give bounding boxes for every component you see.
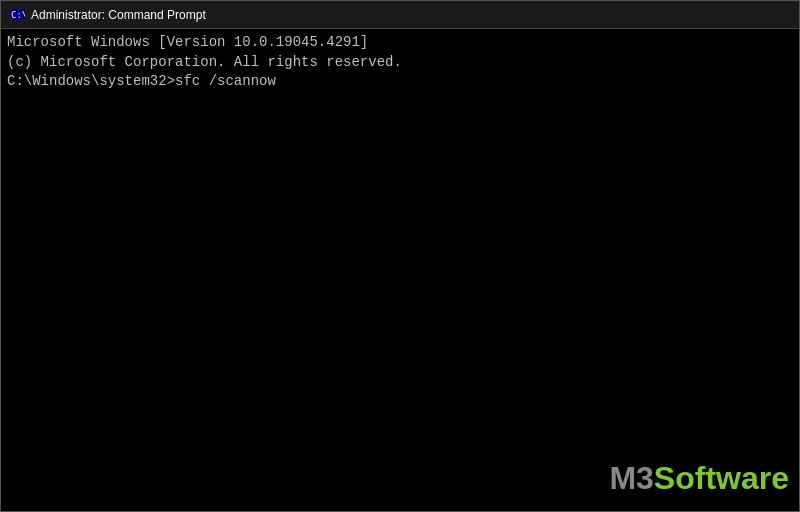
window-title: Administrator: Command Prompt [31, 8, 206, 22]
terminal-output: Microsoft Windows [Version 10.0.19045.42… [7, 33, 793, 92]
cmd-icon: C:\ [9, 7, 25, 23]
watermark-software: Software [654, 456, 789, 501]
watermark-m3: M3 [609, 456, 653, 501]
titlebar: C:\ Administrator: Command Prompt [1, 1, 799, 29]
terminal-body[interactable]: Microsoft Windows [Version 10.0.19045.42… [1, 29, 799, 511]
terminal-line: C:\Windows\system32>sfc /scannow [7, 72, 793, 92]
terminal-line: Microsoft Windows [Version 10.0.19045.42… [7, 33, 793, 53]
terminal-line: (c) Microsoft Corporation. All rights re… [7, 53, 793, 73]
svg-text:C:\: C:\ [11, 10, 25, 20]
watermark-logo: M3 Software [609, 456, 789, 501]
window: C:\ Administrator: Command Prompt Micros… [0, 0, 800, 512]
